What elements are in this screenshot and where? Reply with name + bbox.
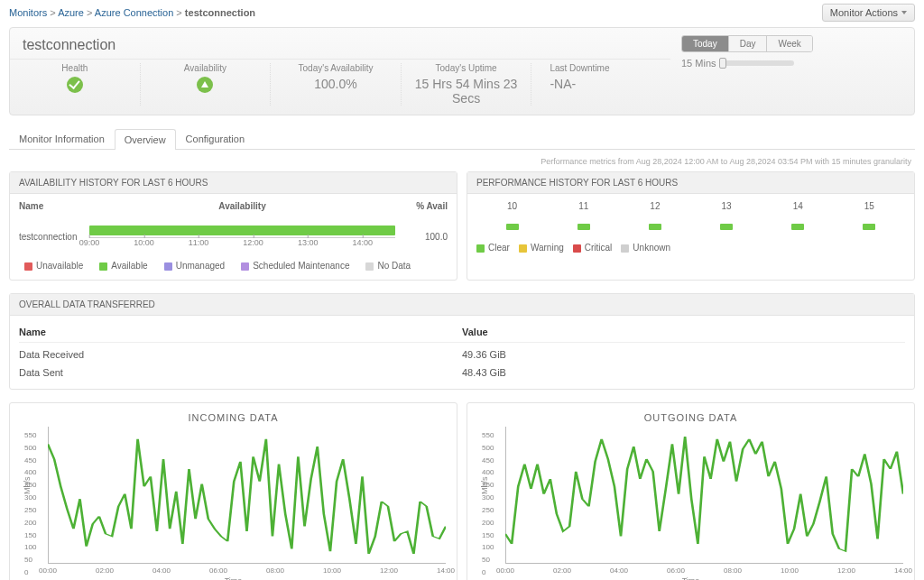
stat-today-avail-value: 100.0%	[280, 77, 392, 91]
availability-bar	[89, 226, 395, 235]
stat-uptime-value: 15 Hrs 54 Mins 23 Secs	[411, 77, 522, 106]
stat-downtime-value: -NA-	[550, 77, 661, 91]
perf-hour: 13	[721, 201, 731, 211]
legend-nodata: No Data	[377, 261, 411, 271]
range-tabs: Today Day Week	[681, 35, 813, 52]
crumb-azure-connection[interactable]: Azure Connection	[95, 7, 173, 18]
cell-value: 48.43 GiB	[462, 367, 905, 378]
chart-panel: OUTGOING DATAMb/s05010015020025030035040…	[467, 402, 915, 580]
avail-xtick: 10:00	[134, 238, 154, 247]
data-transferred-title: OVERALL DATA TRANSFERRED	[10, 294, 914, 316]
table-row: Data Sent48.43 GiB	[19, 364, 905, 382]
tab-overview[interactable]: Overview	[115, 129, 176, 150]
table-row: Data Received49.36 GiB	[19, 345, 905, 364]
perf-hour: 11	[578, 201, 588, 211]
col-value: Value	[462, 327, 905, 337]
col-pct: % Avail	[402, 201, 448, 211]
chart-area: Mb/s05010015020025030035040045050055000:…	[505, 427, 903, 580]
monitor-actions-label: Monitor Actions	[830, 7, 898, 18]
perf-hour: 10	[507, 201, 517, 211]
breadcrumb: Monitors > Azure > Azure Connection > te…	[9, 7, 255, 18]
stat-today-avail-label: Today's Availability	[280, 63, 392, 73]
stat-uptime-label: Today's Uptime	[411, 63, 522, 73]
range-granularity-label: 15 Mins	[681, 58, 716, 69]
stat-health-label: Health	[19, 63, 131, 73]
perf-status-pill	[506, 224, 519, 230]
legend-warning-swatch	[519, 244, 527, 253]
range-day[interactable]: Day	[729, 36, 768, 51]
cell-value: 49.36 GiB	[462, 349, 905, 360]
health-ok-icon	[67, 77, 83, 93]
stat-availability-label: Availability	[150, 63, 262, 73]
perf-status-pill	[791, 224, 804, 230]
legend-critical: Critical	[585, 243, 613, 253]
perf-status-pill	[578, 224, 590, 230]
legend-unavailable-swatch	[24, 262, 32, 271]
range-today[interactable]: Today	[682, 36, 729, 51]
monitor-actions-button[interactable]: Monitor Actions	[822, 4, 915, 22]
legend-nodata-swatch	[365, 262, 374, 271]
perf-hour: 12	[650, 201, 660, 211]
chart-area: Mb/s05010015020025030035040045050055000:…	[48, 427, 446, 580]
legend-scheduled: Scheduled Maintenance	[253, 261, 349, 271]
tab-monitor-info[interactable]: Monitor Information	[9, 128, 115, 149]
chart-title: OUTGOING DATA	[478, 412, 903, 423]
legend-unknown: Unknown	[633, 243, 670, 253]
col-name: Name	[19, 201, 82, 211]
availability-history-title: AVAILABILITY HISTORY FOR LAST 6 HOURS	[10, 172, 457, 194]
granularity-slider[interactable]	[722, 60, 794, 66]
avail-xtick: 13:00	[298, 238, 319, 247]
availability-up-icon	[197, 77, 213, 93]
legend-available-swatch	[99, 262, 107, 271]
avail-row-pct: 100.0	[402, 232, 448, 242]
crumb-current: testconnection	[185, 7, 255, 18]
availability-history-panel: AVAILABILITY HISTORY FOR LAST 6 HOURS Na…	[9, 171, 457, 281]
legend-unmanaged-swatch	[164, 262, 172, 271]
perf-status-pill	[649, 224, 661, 230]
legend-critical-swatch	[573, 244, 581, 253]
tab-configuration[interactable]: Configuration	[176, 128, 254, 149]
perf-hour: 14	[793, 201, 803, 211]
legend-unmanaged: Unmanaged	[176, 261, 225, 271]
crumb-azure[interactable]: Azure	[58, 7, 84, 18]
col-name: Name	[19, 327, 462, 337]
legend-scheduled-swatch	[241, 262, 249, 271]
legend-unavailable: Unavailable	[36, 261, 83, 271]
cell-name: Data Received	[19, 349, 462, 360]
legend-available: Available	[111, 261, 147, 271]
page-title: testconnection	[10, 28, 670, 60]
legend-clear-swatch	[476, 244, 485, 253]
chart-panel: INCOMING DATAMb/s05010015020025030035040…	[9, 402, 457, 580]
legend-warning: Warning	[531, 243, 564, 253]
metrics-range-text: Performance metrics from Aug 28,2024 12:…	[0, 157, 911, 166]
avail-xtick: 09:00	[79, 238, 100, 247]
perf-status-pill	[863, 224, 875, 230]
slider-handle[interactable]	[719, 58, 726, 69]
performance-history-title: PERFORMANCE HISTORY FOR LAST 6 HOURS	[467, 172, 914, 194]
legend-clear: Clear	[488, 243, 510, 253]
col-availability: Availability	[82, 201, 402, 211]
cell-name: Data Sent	[19, 367, 462, 378]
performance-history-panel: PERFORMANCE HISTORY FOR LAST 6 HOURS 101…	[467, 171, 915, 281]
stat-downtime-label: Last Downtime	[550, 63, 661, 73]
perf-status-pill	[720, 224, 733, 230]
avail-xtick: 12:00	[243, 238, 263, 247]
avail-xtick: 14:00	[352, 238, 373, 247]
legend-unknown-swatch	[621, 244, 629, 253]
range-week[interactable]: Week	[767, 36, 811, 51]
avail-xtick: 11:00	[189, 238, 209, 247]
chevron-down-icon	[901, 11, 907, 14]
perf-hour: 15	[864, 201, 874, 211]
crumb-monitors[interactable]: Monitors	[9, 7, 47, 18]
avail-row-name: testconnection	[19, 232, 82, 242]
data-transferred-panel: OVERALL DATA TRANSFERRED Name Value Data…	[9, 293, 915, 390]
chart-title: INCOMING DATA	[21, 412, 446, 423]
